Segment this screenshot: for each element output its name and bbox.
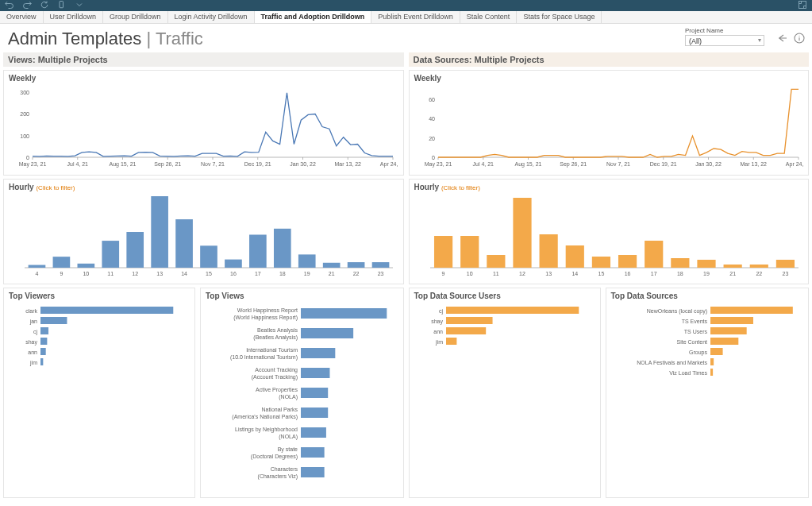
top-ds-chart[interactable]: NewOrleans (local copy)TS EventsTS Users… xyxy=(611,302,800,492)
svg-text:18: 18 xyxy=(279,271,286,276)
svg-text:Jul 4, 21: Jul 4, 21 xyxy=(472,161,494,167)
tab-overview[interactable]: Overview xyxy=(0,11,44,23)
tab-traffic-adoption[interactable]: Traffic and Adoption Drilldown xyxy=(255,11,372,23)
svg-rect-139 xyxy=(671,258,689,268)
svg-text:jim: jim xyxy=(435,339,443,346)
svg-text:17: 17 xyxy=(650,271,656,276)
device-icon[interactable] xyxy=(57,0,67,11)
svg-text:clark: clark xyxy=(25,308,37,314)
top-toolbar xyxy=(0,0,812,11)
svg-rect-156 xyxy=(446,338,456,345)
svg-rect-137 xyxy=(645,241,663,268)
svg-text:(Beatles Analysis): (Beatles Analysis) xyxy=(253,334,298,341)
svg-rect-133 xyxy=(591,257,610,268)
svg-rect-65 xyxy=(40,338,47,345)
svg-text:11: 11 xyxy=(492,271,498,276)
top-views-chart[interactable]: World Happiness Report(World Happiness R… xyxy=(206,302,394,492)
top-views-card: Top Views World Happiness Report(World H… xyxy=(200,288,404,498)
svg-rect-135 xyxy=(618,255,636,268)
svg-rect-168 xyxy=(710,358,714,365)
project-filter[interactable]: Project Name (All) xyxy=(685,27,764,46)
svg-rect-32 xyxy=(78,264,95,268)
svg-text:60: 60 xyxy=(429,97,435,102)
svg-text:Listings by Neighborhood: Listings by Neighborhood xyxy=(235,427,298,433)
svg-rect-44 xyxy=(225,260,242,268)
svg-text:17: 17 xyxy=(255,271,261,276)
back-arrow-icon[interactable] xyxy=(775,32,788,46)
top-views-title: Top Views xyxy=(206,292,398,300)
views-panel-title: Views: Multiple Projects xyxy=(3,52,404,67)
svg-text:200: 200 xyxy=(20,111,29,117)
svg-rect-123 xyxy=(460,236,479,268)
redo-icon[interactable] xyxy=(22,0,32,11)
undo-icon[interactable] xyxy=(5,0,14,11)
svg-text:Sep 26, 21: Sep 26, 21 xyxy=(560,161,587,168)
svg-text:ann: ann xyxy=(28,350,37,355)
svg-rect-1 xyxy=(799,2,806,9)
svg-text:Characters: Characters xyxy=(271,466,298,472)
views-hourly-chart[interactable]: 4910111213141516171819212223 xyxy=(9,193,398,279)
svg-text:23: 23 xyxy=(378,271,384,276)
filter-select[interactable]: (All) xyxy=(685,35,764,46)
svg-text:cj: cj xyxy=(438,308,443,315)
svg-text:10: 10 xyxy=(83,271,89,276)
svg-text:22: 22 xyxy=(353,271,360,276)
filter-label: Project Name xyxy=(685,27,764,34)
svg-text:14: 14 xyxy=(181,271,187,276)
svg-text:23: 23 xyxy=(782,271,788,276)
svg-text:cj: cj xyxy=(33,329,38,335)
svg-text:By state: By state xyxy=(278,446,298,453)
svg-text:NewOrleans (local copy): NewOrleans (local copy) xyxy=(646,308,706,315)
expand-icon[interactable] xyxy=(798,0,807,11)
svg-text:Aug 15, 21: Aug 15, 21 xyxy=(514,161,541,168)
svg-text:10: 10 xyxy=(466,271,472,276)
svg-rect-145 xyxy=(749,265,768,268)
top-ds-users-chart[interactable]: cjshayannjim xyxy=(414,302,595,492)
svg-rect-28 xyxy=(29,265,46,268)
svg-text:Sep 26, 21: Sep 26, 21 xyxy=(154,161,181,168)
svg-text:National Parks: National Parks xyxy=(261,407,298,412)
svg-text:15: 15 xyxy=(598,271,604,276)
svg-rect-52 xyxy=(323,263,341,268)
svg-rect-78 xyxy=(301,348,335,358)
svg-text:9: 9 xyxy=(60,271,63,276)
svg-text:May 23, 21: May 23, 21 xyxy=(19,161,47,168)
chevron-down-icon[interactable] xyxy=(75,0,84,11)
svg-text:12: 12 xyxy=(132,271,138,276)
top-ds-card: Top Data Sources NewOrleans (local copy)… xyxy=(606,288,810,498)
svg-rect-61 xyxy=(40,317,67,324)
ds-panel-title: Data Sources: Multiple Projects xyxy=(409,52,810,67)
svg-text:13: 13 xyxy=(545,271,552,276)
ds-weekly-chart[interactable]: 0204060May 23, 21Jul 4, 21Aug 15, 21Sep … xyxy=(414,84,803,170)
tab-space-usage[interactable]: Stats for Space Usage xyxy=(517,11,602,23)
tab-group-drilldown[interactable]: Group Drilldown xyxy=(103,11,168,23)
svg-rect-127 xyxy=(513,198,531,268)
svg-text:(10.0 International Tourism): (10.0 International Tourism) xyxy=(230,354,298,361)
tab-login-activity[interactable]: Login Activity Drilldown xyxy=(168,11,255,23)
svg-rect-56 xyxy=(372,262,390,268)
svg-point-3 xyxy=(799,36,799,37)
svg-text:Account Tracking: Account Tracking xyxy=(255,367,298,373)
tab-user-drilldown[interactable]: User Drilldown xyxy=(44,11,104,23)
tab-publish-event[interactable]: Publish Event Drilldown xyxy=(371,11,460,23)
svg-text:(NOLA): (NOLA) xyxy=(279,394,298,400)
top-viewers-chart[interactable]: clarkjancjshayannjim xyxy=(9,302,190,492)
ds-hourly-chart[interactable]: 910111213141516171819212223 xyxy=(414,193,803,279)
svg-text:Aug 15, 21: Aug 15, 21 xyxy=(110,161,137,168)
svg-rect-150 xyxy=(446,307,579,314)
page-title: Admin Templates | Traffic xyxy=(8,29,203,49)
views-weekly-chart[interactable]: 0100200300May 23, 21Jul 4, 21Aug 15, 21S… xyxy=(9,84,398,170)
svg-rect-131 xyxy=(565,245,583,268)
svg-rect-170 xyxy=(710,369,713,376)
svg-rect-54 xyxy=(348,262,365,268)
info-icon[interactable] xyxy=(793,32,806,46)
svg-rect-160 xyxy=(710,317,753,324)
svg-text:Viz Load Times: Viz Load Times xyxy=(669,370,707,376)
svg-text:TS Users: TS Users xyxy=(683,329,707,334)
views-hourly-title: Hourly (Click to filter) xyxy=(9,183,398,191)
tab-stale-content[interactable]: Stale Content xyxy=(460,11,518,23)
svg-text:(Characters Viz): (Characters Viz) xyxy=(258,473,298,480)
svg-text:100: 100 xyxy=(20,133,29,139)
ds-hourly-title: Hourly (Click to filter) xyxy=(414,183,804,191)
refresh-icon[interactable] xyxy=(40,0,49,11)
